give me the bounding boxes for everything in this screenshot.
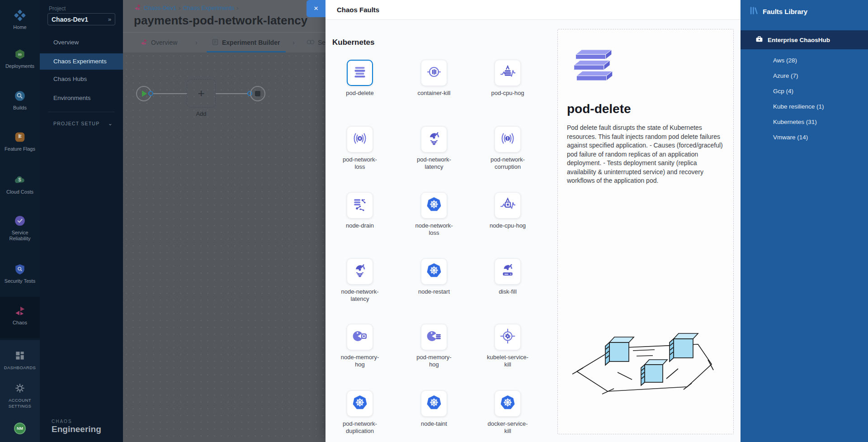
library-icon xyxy=(750,6,758,17)
fault-label-node-memory-hog[interactable]: node-memory- hog xyxy=(326,354,394,368)
fault-label-pod-network-duplication[interactable]: pod-network- duplication xyxy=(326,420,394,435)
tab-overview[interactable]: Overview xyxy=(140,33,177,52)
category-gcp[interactable]: Gcp (4) xyxy=(741,84,868,99)
node-network-latency-icon xyxy=(352,262,368,280)
sidebar-item-dashboards[interactable]: DASHBOARDS xyxy=(0,350,40,371)
fault-label-node-taint[interactable]: node-taint xyxy=(400,420,468,428)
chevron-right-icon: › xyxy=(292,33,295,52)
avatar[interactable]: NM xyxy=(14,423,26,434)
fault-card-node-network-latency[interactable] xyxy=(347,258,373,285)
fault-label-node-restart[interactable]: node-restart xyxy=(400,288,468,295)
dashboards-icon xyxy=(14,350,26,361)
edge-port[interactable] xyxy=(148,91,153,96)
fault-detail-panel: pod-delete Pod delete fault disrupts the… xyxy=(557,29,734,434)
project-expand-icon[interactable]: » xyxy=(108,16,111,23)
fault-card-node-drain[interactable] xyxy=(347,192,373,219)
pipeline-canvas[interactable]: + Add xyxy=(123,52,326,442)
sidebar-item-deployments[interactable]: ∞Deployments xyxy=(0,48,40,69)
sidebar-item-service-reliability[interactable]: Service Reliability xyxy=(0,215,40,242)
sidebar-item-home[interactable]: Home xyxy=(0,10,40,30)
sidebar-item-cloud-costs[interactable]: $Cloud Costs xyxy=(0,174,40,195)
fault-label-node-drain[interactable]: node-drain xyxy=(326,222,394,229)
fault-label-pod-network-latency[interactable]: pod-network- latency xyxy=(400,156,468,171)
add-fault-node[interactable]: + xyxy=(187,79,216,108)
modal-header: Chaos Faults xyxy=(326,0,741,20)
hub-enterprise-chaoshub[interactable]: Enterprise ChaosHub xyxy=(741,30,868,49)
fault-card-pod-memory-hog[interactable] xyxy=(421,324,447,350)
fault-label-node-cpu-hog[interactable]: node-cpu-hog xyxy=(474,222,542,229)
sidebar-item-security-tests[interactable]: Security Tests xyxy=(0,263,40,284)
category-aws[interactable]: Aws (28) xyxy=(741,53,868,68)
fault-label-pod-network-corruption[interactable]: pod-network- corruption xyxy=(474,156,542,171)
kubelet-service-kill-icon xyxy=(500,328,516,346)
fault-card-container-kill[interactable] xyxy=(421,60,447,86)
node-network-loss-icon xyxy=(426,196,442,214)
fault-card-node-cpu-hog[interactable] xyxy=(495,192,521,219)
fault-card-node-memory-hog[interactable] xyxy=(347,324,373,350)
fault-label-node-network-loss[interactable]: node-network- loss xyxy=(400,222,468,237)
fault-label-pod-memory-hog[interactable]: pod-memory- hog xyxy=(400,354,468,368)
edge-line xyxy=(216,93,248,94)
category-azure[interactable]: Azure (7) xyxy=(741,68,868,84)
fault-label-docker-service-kill[interactable]: docker-service- kill xyxy=(474,420,542,435)
pod-network-loss-icon xyxy=(352,130,368,148)
fault-card-node-restart[interactable] xyxy=(421,258,447,285)
faults-library-sidebar: Faults Library Enterprise ChaosHub Aws (… xyxy=(741,0,868,442)
close-icon[interactable]: × xyxy=(307,0,326,17)
add-node-label: Add xyxy=(179,110,224,117)
divider xyxy=(48,112,115,112)
deployments-icon: ∞ xyxy=(14,48,26,60)
pod-cpu-hog-icon xyxy=(500,64,516,82)
fault-card-pod-delete[interactable] xyxy=(347,60,373,86)
fault-label-pod-network-loss[interactable]: pod-network- loss xyxy=(326,156,394,171)
pod-network-latency-icon xyxy=(426,130,442,148)
tab-partial[interactable]: Se xyxy=(307,33,326,52)
fault-label-node-network-latency[interactable]: node-network- latency xyxy=(326,288,394,303)
fault-card-node-network-loss[interactable] xyxy=(421,192,447,219)
fault-label-kubelet-service-kill[interactable]: kubelet-service- kill xyxy=(474,354,542,368)
tab-experiment-builder[interactable]: Experiment Builder xyxy=(212,33,280,52)
fault-card-docker-service-kill[interactable] xyxy=(495,390,521,417)
sidebar-item-builds[interactable]: Builds xyxy=(0,90,40,111)
fault-card-pod-network-loss[interactable] xyxy=(347,126,373,152)
experiment-page: Chaos-Dev1 › Chaos Experiments › payment… xyxy=(123,0,326,442)
category-vmware[interactable]: Vmware (14) xyxy=(741,130,868,145)
breadcrumb-experiments-link[interactable]: Chaos Experiments xyxy=(183,5,234,11)
linked-tab-icon xyxy=(307,39,315,47)
cluster-illustration xyxy=(571,318,720,415)
page-title: payments-pod-network-latency xyxy=(134,14,307,28)
end-node[interactable] xyxy=(250,86,265,101)
category-kubernetes[interactable]: Kubernetes (31) xyxy=(741,114,868,130)
fault-card-pod-network-latency[interactable] xyxy=(421,126,447,152)
project-name: Chaos-Dev1 xyxy=(52,16,108,23)
sidebar-item-overview[interactable]: Overview xyxy=(40,34,123,51)
fault-label-container-kill[interactable]: container-kill xyxy=(400,90,468,97)
fault-card-pod-cpu-hog[interactable] xyxy=(495,60,521,86)
category-kube-resilience[interactable]: Kube resilience (1) xyxy=(741,99,868,114)
fault-card-disk-fill[interactable] xyxy=(495,258,521,285)
sidebar-item-account-settings[interactable]: ACCOUNT SETTINGS xyxy=(0,382,40,409)
breadcrumb-project-link[interactable]: Chaos-Dev1 xyxy=(144,5,176,11)
project-selector[interactable]: Chaos-Dev1 » xyxy=(47,13,115,25)
chevron-down-icon: ⌄ xyxy=(108,117,113,130)
fault-card-node-taint[interactable] xyxy=(421,390,447,417)
sidebar-item-environments[interactable]: Environments xyxy=(40,90,123,106)
fault-label-disk-fill[interactable]: disk-fill xyxy=(474,288,542,295)
sidebar-item-feature-flags[interactable]: Feature Flags xyxy=(0,131,40,152)
sidebar-item-chaos-hubs[interactable]: Chaos Hubs xyxy=(40,71,123,87)
fault-label-pod-delete[interactable]: pod-delete xyxy=(326,90,394,97)
sidebar-item-chaos-experiments[interactable]: Chaos Experiments xyxy=(40,53,123,70)
node-restart-icon xyxy=(426,262,442,280)
faults-library-title: Faults Library xyxy=(763,8,807,15)
fault-detail-title: pod-delete xyxy=(567,102,631,116)
project-setup-toggle[interactable]: PROJECT SETUP ⌄ xyxy=(40,117,123,130)
fault-card-pod-network-corruption[interactable] xyxy=(495,126,521,152)
fault-label-pod-cpu-hog[interactable]: pod-cpu-hog xyxy=(474,90,542,97)
sidebar-item-chaos[interactable]: Chaos xyxy=(0,305,40,326)
fault-card-pod-network-duplication[interactable] xyxy=(347,390,373,417)
fault-card-kubelet-service-kill[interactable] xyxy=(495,324,521,350)
play-icon xyxy=(142,90,147,97)
chevron-right-icon: › xyxy=(195,33,198,52)
node-memory-hog-icon xyxy=(352,328,368,346)
svg-text:$: $ xyxy=(18,177,21,182)
